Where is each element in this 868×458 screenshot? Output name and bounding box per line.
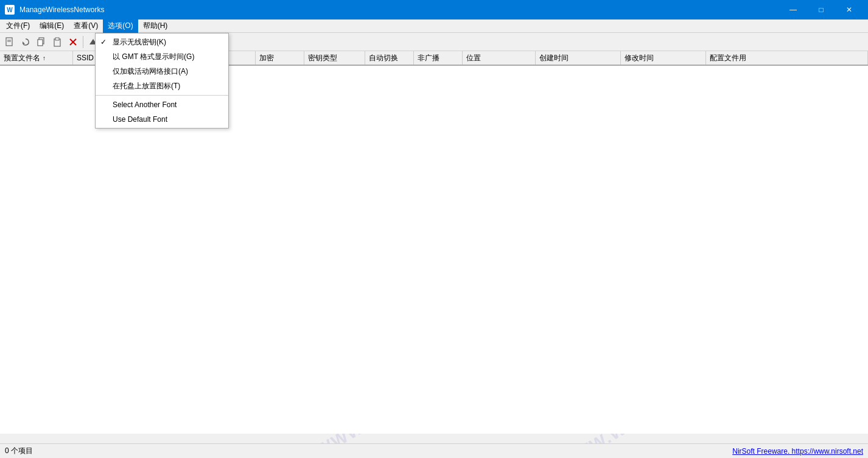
maximize-button[interactable]: □ [807, 0, 835, 19]
menu-separator [96, 95, 228, 96]
menu-default-font[interactable]: Use Default Font [96, 112, 228, 127]
menu-view[interactable]: 查看(V) [69, 19, 103, 33]
menu-edit[interactable]: 编辑(E) [35, 19, 69, 33]
col-keytype[interactable]: 密钥类型 [304, 51, 365, 65]
menu-show-key[interactable]: 显示无线密钥(K) [96, 35, 228, 49]
close-button[interactable]: ✕ [835, 0, 863, 19]
menu-active-adapter[interactable]: 仅加载活动网络接口(A) [96, 64, 228, 79]
col-nonbroadcast[interactable]: 非广播 [414, 51, 463, 65]
window-controls: — □ ✕ [779, 0, 863, 19]
svg-rect-7 [55, 38, 59, 40]
svg-marker-3 [23, 41, 25, 44]
col-encrypt[interactable]: 加密 [256, 51, 304, 65]
toolbar-btn-delete[interactable] [66, 35, 80, 49]
app-icon: W [5, 5, 15, 15]
col-autoswitch[interactable]: 自动切换 [365, 51, 414, 65]
status-credit[interactable]: NirSoft Freeware. https://www.nirsoft.ne… [732, 447, 863, 456]
status-item-count: 0 个项目 [5, 446, 732, 456]
menu-help[interactable]: 帮助(H) [138, 19, 173, 33]
title-bar-left: W ManageWirelessNetworks [5, 5, 104, 15]
app-title: ManageWirelessNetworks [19, 5, 104, 14]
menu-file[interactable]: 文件(F) [1, 19, 35, 33]
col-configfile[interactable]: 配置文件用 [706, 51, 868, 65]
svg-rect-5 [38, 40, 43, 46]
col-filename[interactable]: 预置文件名 ↑ [0, 51, 73, 65]
toolbar-sep-1 [83, 36, 83, 48]
col-created[interactable]: 创建时间 [536, 51, 621, 65]
menu-tray-icon[interactable]: 在托盘上放置图标(T) [96, 79, 228, 93]
menu-options[interactable]: 选项(O) [103, 19, 138, 33]
menu-select-font[interactable]: Select Another Font [96, 97, 228, 112]
toolbar-btn-refresh[interactable] [18, 35, 33, 49]
col-location[interactable]: 位置 [463, 51, 536, 65]
menu-bar: 文件(F) 编辑(E) 查看(V) 选项(O) 帮助(H) [0, 19, 868, 33]
options-dropdown: 显示无线密钥(K) 以 GMT 格式显示时间(G) 仅加载活动网络接口(A) 在… [95, 33, 229, 129]
col-modified[interactable]: 修改时间 [621, 51, 706, 65]
toolbar-btn-new[interactable] [2, 35, 17, 49]
title-bar: W ManageWirelessNetworks — □ ✕ [0, 0, 868, 19]
toolbar-btn-paste[interactable] [50, 35, 65, 49]
menu-gmt-time[interactable]: 以 GMT 格式显示时间(G) [96, 49, 228, 64]
status-bar: 0 个项目 NirSoft Freeware. https://www.nirs… [0, 443, 868, 458]
toolbar-btn-copy[interactable] [34, 35, 49, 49]
minimize-button[interactable]: — [779, 0, 807, 19]
